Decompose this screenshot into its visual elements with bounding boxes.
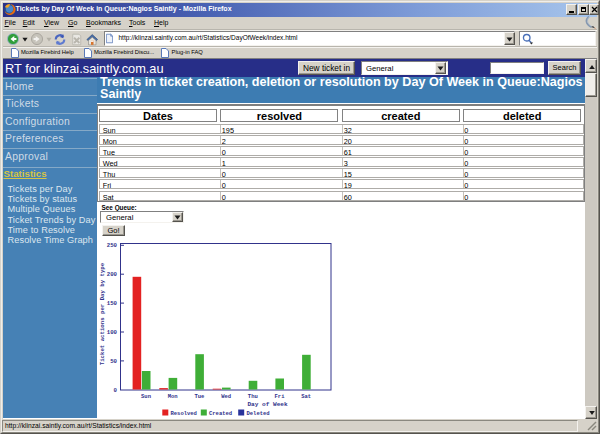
svg-text:Deleted: Deleted: [247, 410, 270, 417]
svg-text:Tue: Tue: [194, 393, 205, 400]
svg-text:Ticket actions per Day by type: Ticket actions per Day by type: [99, 262, 106, 365]
svg-text:Thu: Thu: [248, 393, 258, 400]
svg-text:100: 100: [107, 329, 118, 336]
svg-text:250: 250: [107, 242, 118, 249]
svg-text:Resolved: Resolved: [171, 410, 197, 417]
svg-text:150: 150: [107, 300, 118, 307]
svg-text:Wed: Wed: [221, 393, 231, 400]
svg-text:0: 0: [114, 387, 118, 394]
svg-text:Fri: Fri: [275, 393, 286, 400]
svg-text:200: 200: [107, 271, 118, 278]
svg-text:Created: Created: [209, 410, 232, 417]
svg-text:Mon: Mon: [168, 393, 178, 400]
svg-text:Sat: Sat: [301, 393, 311, 400]
svg-text:50: 50: [110, 358, 117, 365]
svg-text:Day of Week: Day of Week: [247, 401, 288, 408]
svg-text:Sun: Sun: [141, 393, 151, 400]
